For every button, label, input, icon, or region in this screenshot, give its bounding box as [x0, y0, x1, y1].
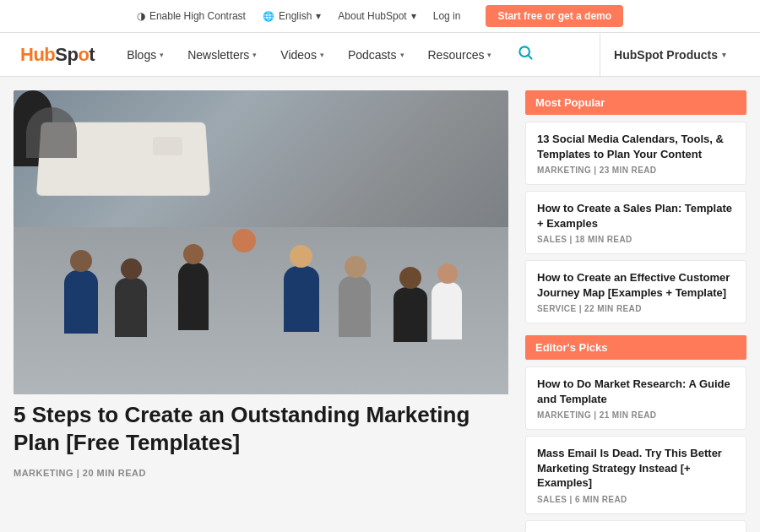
hero-image-inner [14, 90, 508, 394]
most-popular-header: Most Popular [525, 90, 746, 115]
article-title: 5 Steps to Create an Outstanding Marketi… [14, 401, 508, 456]
start-cta-button[interactable]: Start free or get a demo [486, 5, 623, 27]
popular-article-3-title: How to Create an Effective Customer Jour… [537, 270, 735, 300]
person-3-head [183, 244, 204, 264]
svg-line-1 [529, 56, 532, 59]
person-1-body [64, 270, 98, 334]
editors-pick-2[interactable]: Mass Email Is Dead. Try This Better Mark… [525, 436, 746, 514]
person-5-body [339, 276, 371, 337]
main-article-section: 5 Steps to Create an Outstanding Marketi… [14, 90, 508, 532]
article-meta: MARKETING | 20 MIN READ [14, 468, 508, 478]
popular-article-2-meta: SALES | 18 MIN READ [537, 235, 735, 244]
person-2-body [115, 278, 147, 337]
login-label: Log in [433, 10, 461, 22]
chair-shape [26, 107, 77, 158]
sidebar: Most Popular 13 Social Media Calendars, … [525, 90, 746, 532]
nav-link-blogs[interactable]: Blogs ▾ [115, 33, 176, 77]
popular-article-1-meta: MARKETING | 23 MIN READ [537, 166, 735, 175]
language-selector[interactable]: English [263, 10, 321, 22]
logo-text: HubSpot [20, 44, 95, 66]
editors-pick-1-meta: MARKETING | 21 MIN READ [537, 410, 735, 420]
main-nav: HubSpot Blogs ▾ Newsletters ▾ Videos ▾ P… [0, 33, 760, 77]
person-center-head [232, 229, 256, 252]
contrast-icon [137, 10, 145, 22]
popular-article-1[interactable]: 13 Social Media Calendars, Tools, & Temp… [525, 122, 746, 185]
person-4-head [290, 245, 312, 268]
person-1-head [70, 250, 92, 272]
videos-chevron-icon: ▾ [320, 51, 324, 59]
logo[interactable]: HubSpot [20, 44, 95, 66]
person-2-head [121, 258, 142, 280]
editors-pick-1[interactable]: How to Do Market Research: A Guide and T… [525, 366, 746, 430]
globe-icon [263, 10, 274, 22]
editors-pick-1-title: How to Do Market Research: A Guide and T… [537, 377, 735, 406]
contrast-toggle[interactable]: Enable High Contrast [137, 10, 246, 22]
search-icon[interactable] [510, 44, 540, 65]
contrast-label: Enable High Contrast [149, 10, 246, 22]
about-label: About HubSpot [338, 10, 406, 22]
language-chevron-icon [316, 10, 321, 22]
login-link[interactable]: Log in [433, 10, 461, 22]
podcasts-chevron-icon: ▾ [400, 51, 404, 59]
nav-products-menu[interactable]: HubSpot Products ▾ [600, 33, 740, 77]
monitor-shape [153, 137, 182, 155]
blogs-chevron-icon: ▾ [160, 51, 164, 59]
about-link[interactable]: About HubSpot [338, 10, 415, 22]
person-7-body [432, 282, 462, 339]
popular-article-3-meta: SERVICE | 22 MIN READ [537, 304, 735, 313]
popular-article-3[interactable]: How to Create an Effective Customer Jour… [525, 260, 746, 323]
products-label: HubSpot Products [614, 48, 718, 62]
nav-link-videos[interactable]: Videos ▾ [269, 33, 336, 77]
main-content: 5 Steps to Create an Outstanding Marketi… [0, 77, 760, 532]
editors-pick-2-meta: SALES | 6 MIN READ [537, 495, 735, 504]
person-6-body [394, 287, 427, 342]
person-5-head [345, 256, 366, 278]
popular-article-2[interactable]: How to Create a Sales Plan: Template + E… [525, 191, 746, 254]
person-4-body [284, 266, 319, 332]
newsletters-chevron-icon: ▾ [252, 51, 257, 59]
nav-link-newsletters[interactable]: Newsletters ▾ [176, 33, 269, 77]
hero-image [14, 90, 508, 394]
popular-article-1-title: 13 Social Media Calendars, Tools, & Temp… [537, 132, 735, 161]
language-label: English [279, 10, 312, 22]
nav-link-podcasts[interactable]: Podcasts ▾ [336, 33, 416, 77]
person-6-head [399, 267, 421, 289]
nav-link-resources[interactable]: Resources ▾ [416, 33, 504, 77]
about-chevron-icon [411, 10, 416, 22]
resources-chevron-icon: ▾ [487, 51, 491, 59]
nav-links: Blogs ▾ Newsletters ▾ Videos ▾ Podcasts … [115, 33, 600, 77]
editors-pick-3[interactable]: The 15 Customer Success Metrics That Act… [525, 520, 746, 532]
person-3-body [178, 263, 209, 330]
person-7-head [437, 263, 458, 284]
editors-picks-header: Editor's Picks [525, 335, 746, 360]
editors-pick-2-title: Mass Email Is Dead. Try This Better Mark… [537, 446, 735, 491]
top-bar: Enable High Contrast English About HubSp… [0, 0, 760, 33]
popular-article-2-title: How to Create a Sales Plan: Template + E… [537, 201, 735, 231]
products-chevron-icon: ▾ [722, 51, 726, 59]
